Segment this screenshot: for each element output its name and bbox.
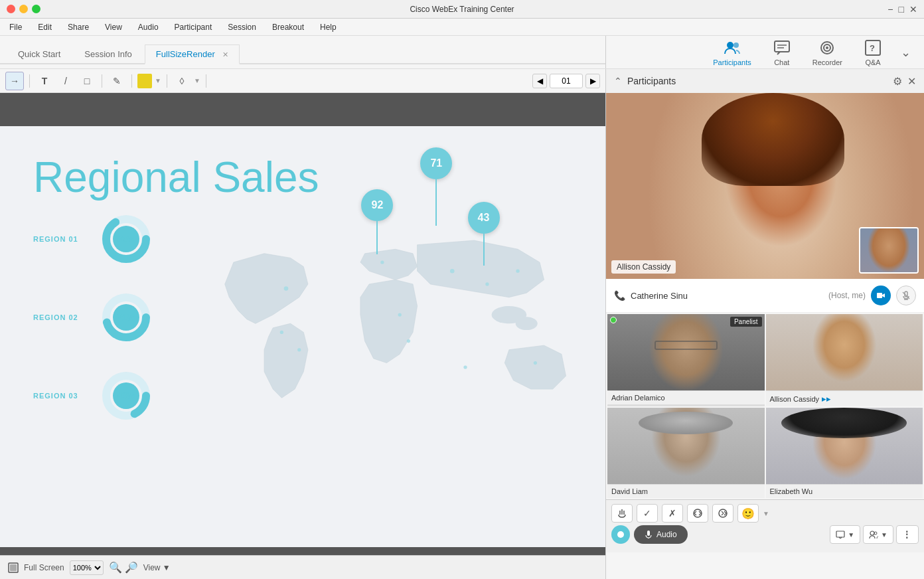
menu-bar: File Edit Share View Audio Participant S… [0, 19, 924, 36]
participants-icon [723, 39, 741, 57]
window-title: Cisco WebEx Training Center [410, 5, 514, 14]
menu-participant[interactable]: Participant [172, 21, 215, 33]
eraser-dropdown[interactable]: ▼ [194, 77, 200, 84]
participant-video-elizabeth [766, 408, 923, 484]
region-01-label: REGION 01 [33, 235, 86, 243]
share-button[interactable] [611, 525, 630, 544]
page-navigation: ◀ ▶ [532, 74, 600, 88]
zoom-controls: 🔍 🔎 [109, 561, 138, 574]
panel-close-icon[interactable]: ✕ [907, 75, 916, 88]
close-icon[interactable]: ✕ [909, 4, 917, 15]
participants-tool-button[interactable]: Participants [705, 36, 759, 69]
zoom-in-button[interactable]: 🔎 [125, 561, 138, 574]
arrow-tool[interactable]: → [5, 72, 24, 90]
next-page-button[interactable]: ▶ [585, 74, 600, 88]
fill-dropdown[interactable]: ▼ [155, 77, 161, 84]
right-action-group: ▼ ▼ ⋮ [830, 525, 919, 544]
participant-tile-david: David Liam [607, 408, 765, 498]
tab-fullsize-render[interactable]: FullSizeRender ✕ [145, 44, 240, 64]
slow-down-button[interactable] [687, 504, 708, 523]
participant-tile-allison: Allison Cassidy ▸▸ [766, 314, 923, 406]
divider4 [167, 74, 167, 88]
menu-file[interactable]: File [7, 21, 25, 33]
text-tool[interactable]: T [35, 72, 54, 90]
menu-help[interactable]: Help [317, 21, 339, 33]
fullscreen-icon [8, 562, 19, 573]
fill-tool[interactable] [137, 74, 152, 88]
host-mic-button[interactable] [896, 286, 916, 305]
page-number-input[interactable] [550, 74, 583, 88]
regions-column: REGION 01 92% REGION 02 [33, 212, 153, 448]
participant-tile-adrian: Panelist Adrian Delamico [607, 314, 765, 406]
expand-tools-button[interactable]: ⌄ [901, 45, 911, 60]
menu-edit[interactable]: Edit [35, 21, 54, 33]
emoji-button[interactable]: 🙂 [737, 504, 759, 523]
divider2 [102, 74, 102, 88]
action-row-bottom: Audio ▼ [611, 525, 919, 544]
audio-button[interactable]: Audio [634, 525, 688, 544]
svg-point-28 [534, 361, 537, 365]
check-button[interactable]: ✓ [637, 504, 658, 523]
region-01-donut: 92% [100, 212, 153, 266]
menu-session[interactable]: Session [225, 21, 259, 33]
window-controls[interactable]: − □ ✕ [887, 4, 917, 15]
host-video-button[interactable] [871, 286, 891, 305]
prev-page-button[interactable]: ◀ [532, 74, 547, 88]
host-name: Catherine Sinu [631, 291, 823, 301]
recorder-tool-button[interactable]: Recorder [805, 36, 850, 69]
menu-share[interactable]: Share [65, 21, 92, 33]
slide-top-bar [0, 93, 605, 126]
fullscreen-label[interactable]: Full Screen [24, 563, 64, 572]
view-button[interactable]: View ▼ [143, 563, 171, 572]
restore-icon[interactable]: □ [899, 4, 904, 15]
panel-settings-icon[interactable]: ⚙ [893, 75, 902, 88]
x-button[interactable]: ✗ [662, 504, 683, 523]
panel-collapse-button[interactable]: ⌃ [614, 76, 622, 86]
close-button[interactable] [7, 5, 15, 13]
zoom-out-button[interactable]: 🔍 [109, 561, 122, 574]
svg-point-24 [398, 313, 402, 316]
main-area: Regional Sales REGION 01 92% [0, 93, 924, 579]
small-video-inner [860, 228, 917, 272]
region-01-value: 92% [117, 234, 135, 244]
zoom-select[interactable]: 100% 75% 125% 150% [70, 560, 104, 575]
participant-grid: Panelist Adrian Delamico Allison Cassidy… [606, 313, 924, 499]
tab-session-info[interactable]: Session Info [73, 44, 143, 63]
participant-tile-elizabeth: Elizabeth Wu [766, 408, 923, 498]
tab-quick-start[interactable]: Quick Start [7, 44, 72, 63]
speed-up-button[interactable] [712, 504, 733, 523]
svg-point-23 [380, 260, 384, 264]
traffic-lights[interactable] [7, 5, 40, 13]
region-03-row: REGION 03 43% [33, 369, 153, 422]
svg-text:?: ? [870, 43, 875, 53]
minimize-icon[interactable]: − [887, 4, 893, 15]
chat-tool-button[interactable]: Chat [765, 36, 799, 69]
panelist-badge-adrian: Panelist [730, 317, 762, 327]
host-badge: (Host, me) [828, 291, 866, 300]
raise-hand-button[interactable] [611, 504, 633, 523]
map-pin-92: 92 [361, 189, 393, 254]
menu-breakout[interactable]: Breakout [270, 21, 307, 33]
tab-close-icon[interactable]: ✕ [222, 50, 228, 58]
top-panel-tools: Participants Chat Recorder [605, 36, 924, 68]
eraser-tool[interactable]: ◊ [173, 72, 191, 90]
line-tool[interactable]: / [56, 72, 75, 90]
action-row-top: ✓ ✗ 🙂 ▼ [611, 504, 919, 523]
participants-count-button[interactable]: ▼ [863, 525, 893, 544]
pen-tool[interactable]: ✎ [108, 72, 126, 90]
more-options-button[interactable]: ⋮ [896, 525, 919, 544]
svg-point-0 [727, 42, 733, 48]
minimize-button[interactable] [19, 5, 28, 13]
qa-tool-button[interactable]: ? Q&A [856, 36, 890, 69]
maximize-button[interactable] [32, 5, 40, 13]
rect-tool[interactable]: □ [78, 72, 96, 90]
emoji-dropdown[interactable]: ▼ [763, 510, 769, 517]
region-02-label: REGION 02 [33, 313, 86, 321]
share-screen-button[interactable]: ▼ [830, 525, 860, 544]
speaking-icon-allison: ▸▸ [822, 394, 831, 404]
map-pin-71: 71 [420, 147, 452, 226]
menu-audio[interactable]: Audio [135, 21, 161, 33]
pin-bubble-43: 43 [468, 202, 500, 234]
svg-point-20 [516, 317, 538, 330]
menu-view[interactable]: View [102, 21, 125, 33]
